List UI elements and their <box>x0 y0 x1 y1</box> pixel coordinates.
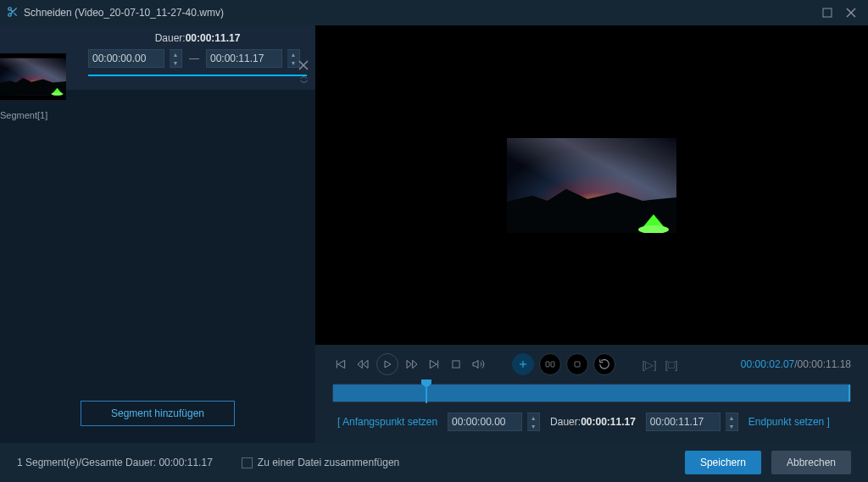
svg-marker-20 <box>358 360 362 368</box>
set-out-icon[interactable]: [□] <box>663 356 680 373</box>
set-end-button[interactable]: Endpunkt setzen ] <box>743 413 835 430</box>
frame-forward-icon[interactable] <box>403 356 420 373</box>
checkbox-box <box>242 457 253 468</box>
segment-progress <box>88 75 307 76</box>
merge-label: Zu einer Datei zusammenfügen <box>258 457 399 468</box>
scissors-icon <box>7 6 19 20</box>
segment-start-input[interactable]: 00:00:00.00 <box>88 49 164 68</box>
svg-marker-23 <box>407 360 411 368</box>
video-canvas[interactable] <box>315 25 868 345</box>
maximize-button[interactable] <box>817 3 837 23</box>
delete-button[interactable] <box>566 353 588 375</box>
playback-bar: [▷] [□] 00:00:02.07/00:00:11.18 [ Anfang… <box>315 345 868 443</box>
volume-button[interactable] <box>470 356 487 373</box>
end-time-stepper[interactable]: ▲▼ <box>726 413 738 431</box>
svg-rect-27 <box>453 361 459 368</box>
segment-duration: Dauer:00:00:11.17 <box>88 32 307 44</box>
footer: 1 Segment(e)/Gesamte Dauer: 00:00:11.17 … <box>0 443 868 482</box>
start-time-stepper[interactable]: ▲▼ <box>527 413 540 431</box>
reorder-buttons[interactable]: ︿﹀ <box>300 73 309 86</box>
svg-marker-19 <box>338 360 345 368</box>
set-start-button[interactable]: [ Anfangspunkt setzen <box>332 413 442 430</box>
svg-line-3 <box>14 13 16 15</box>
stop-button[interactable] <box>448 356 465 373</box>
segment-thumbnail <box>0 53 66 100</box>
start-time-input[interactable]: 00:00:00.00 <box>448 413 522 431</box>
frame-back-icon[interactable] <box>354 356 371 373</box>
svg-rect-32 <box>551 362 554 367</box>
merge-checkbox[interactable]: Zu einer Datei zusammenfügen <box>242 457 399 468</box>
segment-end-input[interactable]: 00:00:11.17 <box>206 49 282 68</box>
split-button[interactable] <box>539 353 561 375</box>
svg-point-0 <box>8 7 12 10</box>
svg-marker-21 <box>364 360 368 368</box>
skip-end-icon[interactable] <box>426 356 442 373</box>
svg-rect-33 <box>575 362 580 367</box>
svg-rect-5 <box>823 8 832 17</box>
svg-marker-34 <box>421 380 431 388</box>
add-segment-button[interactable]: Segment hinzufügen <box>81 401 235 426</box>
segment-item[interactable]: Segment[1] Dauer:00:00:11.17 00:00:00.00… <box>0 25 315 90</box>
duration-display: Dauer:00:00:11.17 <box>545 416 641 428</box>
cancel-button[interactable]: Abbrechen <box>771 451 851 474</box>
segment-start-stepper[interactable]: ▲▼ <box>170 49 182 68</box>
svg-marker-22 <box>385 361 391 368</box>
end-time-input[interactable]: 00:00:11.17 <box>646 413 721 431</box>
preview-area: [▷] [□] 00:00:02.07/00:00:11.18 [ Anfang… <box>315 25 868 443</box>
set-in-icon[interactable]: [▷] <box>641 356 658 373</box>
svg-point-1 <box>8 13 12 16</box>
window-title: Schneiden (Video_20-07-10_11-27-40.wmv) <box>24 7 814 19</box>
timeline-selection[interactable] <box>333 385 850 402</box>
svg-line-4 <box>11 9 13 11</box>
timecode: 00:00:02.07/00:00:11.18 <box>741 358 851 370</box>
status-text: 1 Segment(e)/Gesamte Dauer: 00:00:11.17 <box>17 457 213 468</box>
svg-marker-25 <box>430 360 437 368</box>
close-button[interactable] <box>841 3 861 23</box>
skip-start-icon[interactable] <box>332 356 349 373</box>
titlebar: Schneiden (Video_20-07-10_11-27-40.wmv) <box>0 0 868 25</box>
undo-button[interactable] <box>593 353 615 375</box>
playhead[interactable] <box>421 380 431 403</box>
segments-sidebar: Segment[1] Dauer:00:00:11.17 00:00:00.00… <box>0 25 315 443</box>
segment-label: Segment[1] <box>0 110 47 120</box>
play-button[interactable] <box>376 353 398 375</box>
svg-marker-24 <box>413 360 417 368</box>
save-button[interactable]: Speichern <box>685 451 761 474</box>
svg-point-11 <box>51 92 63 96</box>
timeline[interactable] <box>332 384 851 402</box>
svg-rect-31 <box>546 362 549 367</box>
svg-marker-28 <box>473 360 478 368</box>
add-marker-button[interactable] <box>512 353 534 375</box>
